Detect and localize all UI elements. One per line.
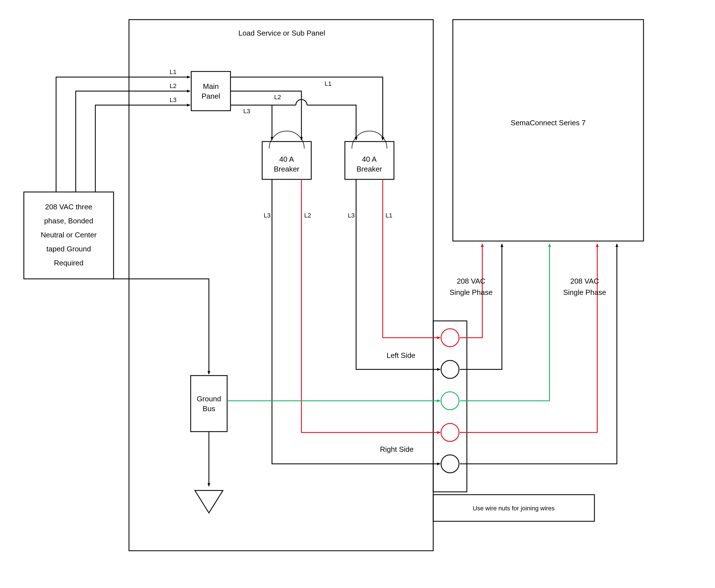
ground-bus-l2: Bus xyxy=(203,404,215,413)
earth-symbol xyxy=(195,490,223,513)
main-panel-box xyxy=(191,71,230,111)
wire-ground-from-source xyxy=(112,279,209,374)
wire-L3-in xyxy=(95,105,190,192)
wire-term2-up xyxy=(460,244,502,370)
breaker2-label: Breaker xyxy=(356,165,382,173)
source-l5: Required xyxy=(54,259,84,267)
label-L1-in: L1 xyxy=(170,68,176,76)
label-L2-in: L2 xyxy=(170,82,176,89)
wire-nuts-note: Use wire nuts for joining wires xyxy=(473,505,555,512)
panel-title: Load Service or Sub Panel xyxy=(238,29,325,37)
right-side-label: Right Side xyxy=(380,445,413,454)
ground-bus-box xyxy=(191,376,227,432)
wire-right-L3-to-term2 xyxy=(356,224,440,370)
label-L1-out: L1 xyxy=(325,80,331,87)
source-l4: taped Ground xyxy=(46,245,91,253)
label-L3-out: L3 xyxy=(243,108,250,114)
sema-title: SemaConnect Series 7 xyxy=(511,119,586,127)
terminal-5 xyxy=(441,455,459,473)
source-l1: 208 VAC three xyxy=(45,203,93,211)
breaker1-rating: 40 A xyxy=(279,155,294,163)
phase-left-1: 208 VAC xyxy=(457,277,485,285)
main-panel-l2: Panel xyxy=(202,92,220,100)
wiring-diagram: Load Service or Sub Panel 208 VAC three … xyxy=(0,0,715,588)
terminal-1 xyxy=(441,329,459,347)
br-L3: L3 xyxy=(348,212,355,219)
wire-term3-up xyxy=(460,244,550,401)
terminal-4 xyxy=(441,423,459,441)
label-L3-in: L3 xyxy=(170,97,176,103)
phase-left-2: Single Phase xyxy=(449,288,492,296)
wire-L3-out-b2 xyxy=(307,105,356,140)
wire-L3-out-a xyxy=(230,105,272,140)
main-panel-l1: Main xyxy=(203,82,219,90)
bl-L3: L3 xyxy=(264,212,270,219)
source-l3: Neutral or Center xyxy=(41,231,97,239)
bl-L2: L2 xyxy=(304,212,311,219)
breaker2-rating: 40 A xyxy=(362,155,377,163)
terminal-2 xyxy=(441,360,459,378)
label-L2-out: L2 xyxy=(274,93,281,101)
phase-right-2: Single Phase xyxy=(563,288,606,296)
wire-left-L2-to-term4 xyxy=(302,224,440,433)
terminal-3 xyxy=(441,392,459,410)
phase-right-1: 208 VAC xyxy=(570,277,599,285)
wire-L1-in xyxy=(56,77,190,192)
source-l2: phase, Bonded xyxy=(44,217,94,225)
semaconnect-box xyxy=(453,20,644,241)
wire-L2-out xyxy=(230,91,302,140)
br-L1: L1 xyxy=(386,212,392,219)
left-side-label: Left Side xyxy=(387,351,415,360)
ground-bus-l1: Ground xyxy=(197,395,221,403)
wire-right-L1-to-term1 xyxy=(383,224,440,338)
wire-L1-out xyxy=(230,77,383,140)
breaker1-label: Breaker xyxy=(274,165,299,173)
wire-L2-in xyxy=(76,91,190,192)
